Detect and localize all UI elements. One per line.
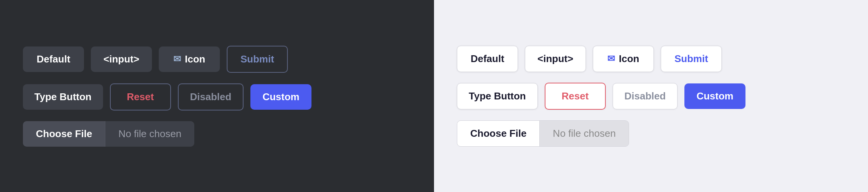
light-choose-file-button[interactable]: Choose File xyxy=(457,121,540,146)
dark-disabled-button[interactable]: Disabled xyxy=(178,83,244,110)
envelope-icon: ✉ xyxy=(607,53,615,64)
light-submit-label: Submit xyxy=(674,53,708,65)
dark-icon-button[interactable]: ✉ Icon xyxy=(159,46,220,72)
dark-custom-button[interactable]: Custom xyxy=(250,84,311,110)
dark-default-label: Default xyxy=(37,53,70,65)
dark-disabled-label: Disabled xyxy=(190,91,231,103)
dark-choose-file-label: Choose File xyxy=(36,128,92,139)
light-default-label: Default xyxy=(471,53,504,65)
light-panel: Default <input> ✉ Icon Submit Type Butto… xyxy=(434,0,868,192)
dark-reset-button[interactable]: Reset xyxy=(110,83,171,110)
dark-custom-label: Custom xyxy=(263,91,300,103)
dark-submit-label: Submit xyxy=(240,53,274,65)
light-submit-button[interactable]: Submit xyxy=(661,46,722,72)
light-typebutton-button[interactable]: Type Button xyxy=(457,83,538,109)
dark-typebutton-label: Type Button xyxy=(34,91,92,103)
dark-reset-label: Reset xyxy=(127,91,154,103)
light-file-input: Choose File No file chosen xyxy=(457,120,629,147)
light-input-button[interactable]: <input> xyxy=(525,46,586,72)
dark-icon-label: Icon xyxy=(185,53,205,65)
dark-choose-file-button[interactable]: Choose File xyxy=(23,121,105,147)
envelope-icon: ✉ xyxy=(173,54,181,64)
light-reset-button[interactable]: Reset xyxy=(545,83,606,110)
dark-row-2: Type Button Reset Disabled Custom xyxy=(23,83,411,110)
dark-default-button[interactable]: Default xyxy=(23,46,84,72)
dark-input-label: <input> xyxy=(103,53,139,65)
light-disabled-label: Disabled xyxy=(624,90,666,102)
light-row-2: Type Button Reset Disabled Custom xyxy=(457,83,845,110)
dark-file-input: Choose File No file chosen xyxy=(23,121,194,147)
dark-row-1: Default <input> ✉ Icon Submit xyxy=(23,46,411,73)
light-default-button[interactable]: Default xyxy=(457,46,518,72)
light-input-label: <input> xyxy=(537,53,573,65)
light-choose-file-label: Choose File xyxy=(470,128,526,139)
light-reset-label: Reset xyxy=(561,90,589,102)
light-disabled-button[interactable]: Disabled xyxy=(613,83,678,109)
light-typebutton-label: Type Button xyxy=(469,90,526,102)
dark-input-button[interactable]: <input> xyxy=(91,46,152,72)
dark-submit-button[interactable]: Submit xyxy=(227,46,288,73)
dark-no-file-text: No file chosen xyxy=(105,121,194,147)
light-row-1: Default <input> ✉ Icon Submit xyxy=(457,46,845,72)
light-icon-button[interactable]: ✉ Icon xyxy=(593,46,654,72)
light-no-file-text: No file chosen xyxy=(540,121,629,146)
dark-panel: Default <input> ✉ Icon Submit Type Butto… xyxy=(0,0,434,192)
light-icon-label: Icon xyxy=(619,53,639,65)
dark-typebutton-button[interactable]: Type Button xyxy=(23,84,103,110)
light-custom-label: Custom xyxy=(697,90,734,102)
light-custom-button[interactable]: Custom xyxy=(684,83,745,109)
